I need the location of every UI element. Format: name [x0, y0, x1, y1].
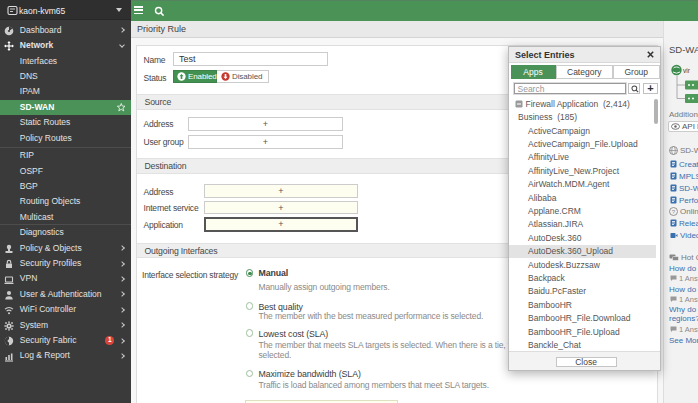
svg-text:?: ?	[672, 208, 676, 214]
svg-text:vir: vir	[683, 67, 691, 74]
